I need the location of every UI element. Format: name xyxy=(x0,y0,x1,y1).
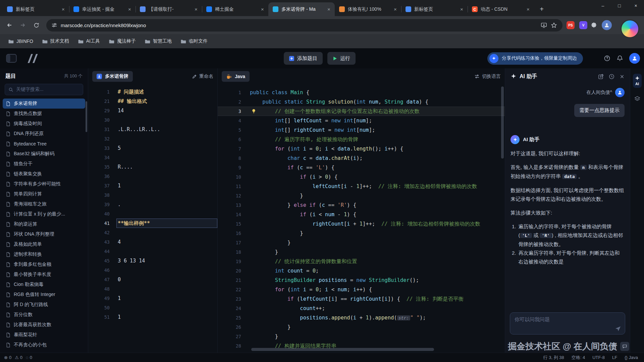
problems-indicator[interactable]: ⊗0 ⚠0 ◌0 xyxy=(4,355,32,360)
ai-rail-button[interactable]: AI xyxy=(633,74,642,88)
desc-line[interactable]: 45 3 6 13 14 xyxy=(88,256,217,265)
problem-counter[interactable]: ◌0 xyxy=(26,355,32,360)
code-line[interactable]: 7 for (int i = 0; i < data.length(); i++… xyxy=(218,144,505,154)
code-line[interactable]: 17 } xyxy=(218,238,505,247)
code-line[interactable]: 12 } xyxy=(218,191,505,200)
minimize-button[interactable]: – xyxy=(595,0,611,11)
desc-line[interactable]: 51 1 xyxy=(88,312,217,322)
sidebar-item[interactable]: 简单四则计算 xyxy=(3,189,85,199)
desc-line[interactable]: 30 xyxy=(88,115,217,125)
tab-close-icon[interactable]: × xyxy=(459,6,465,12)
tab-close-icon[interactable]: × xyxy=(392,6,398,12)
desc-line[interactable]: 34 xyxy=(88,153,217,162)
tab-close-icon[interactable]: × xyxy=(193,6,199,12)
desc-line[interactable]: 21 ## 输出格式 xyxy=(88,97,217,106)
desc-line[interactable]: 29 14 xyxy=(88,106,217,115)
tab-close-icon[interactable]: × xyxy=(259,6,266,12)
sidebar-item[interactable]: 最小替换子串长度 xyxy=(3,269,85,280)
install-icon[interactable] xyxy=(541,22,547,28)
sidebar-item[interactable]: 及格如此简单 xyxy=(3,239,85,249)
encoding[interactable]: UTF-8 xyxy=(592,355,605,360)
sidebar-item[interactable]: 阿 D 的飞行路线 xyxy=(3,300,85,310)
browser-tab[interactable]: 【请领取打- × xyxy=(136,2,202,16)
tools-rail-icon[interactable] xyxy=(634,96,640,102)
code-line[interactable]: 20 int count = 0; xyxy=(218,266,505,276)
bookmark-star-icon[interactable] xyxy=(551,22,557,28)
share-banner[interactable]: 分享代码练习体验，领限量定制周边 xyxy=(487,52,583,65)
sidebar-item[interactable]: Bytedance Tree xyxy=(3,139,85,149)
run-button[interactable]: 运行 xyxy=(327,52,356,65)
sidebar-item[interactable]: 猫鱼分干 xyxy=(3,159,85,169)
desc-line[interactable]: 41 **输出样例** xyxy=(88,219,217,228)
sidebar-item[interactable]: 环状 DNA 序列整理 xyxy=(3,229,85,239)
bookmark-item[interactable]: 魔法棒子 xyxy=(105,37,139,46)
desc-line[interactable]: 39 . xyxy=(88,200,217,209)
feedback-bubble-icon[interactable] xyxy=(620,342,629,351)
back-button[interactable] xyxy=(3,19,15,31)
code-line[interactable]: 10 if (i > 0) { xyxy=(218,172,505,182)
code-line[interactable]: 6 // 遍历字符串, 处理被推动的骨牌 xyxy=(218,135,505,144)
notifications-bell-icon[interactable] xyxy=(616,55,623,62)
problem-counter[interactable]: ⚠0 xyxy=(15,355,22,360)
browser-tab[interactable]: 幸运抽奖 - 掘金 × xyxy=(69,2,136,16)
code-line[interactable]: 9 if (c == 'L') { xyxy=(218,163,505,172)
sidebar-item[interactable]: 进制求和转换 xyxy=(3,249,85,259)
close-panel-icon[interactable] xyxy=(620,74,625,79)
code-line[interactable]: 24 count++; xyxy=(218,304,505,313)
code-line[interactable]: 2 public static String solution(int num,… xyxy=(218,97,505,107)
browser-tab[interactable]: 新标签页 × xyxy=(401,2,468,16)
bookmark-item[interactable]: 临时文件 xyxy=(177,37,211,46)
cursor-position[interactable]: 行 3, 列 38 xyxy=(543,355,564,361)
forward-button[interactable] xyxy=(17,19,29,31)
app-logo[interactable] xyxy=(25,54,40,63)
sidebar-item[interactable]: 不再贪心的小包 xyxy=(3,340,85,350)
code-editor[interactable]: 1public class Main { 2 public static Str… xyxy=(218,84,505,353)
desc-line[interactable]: 38 xyxy=(88,190,217,200)
extension-badge-icon[interactable]: V xyxy=(579,21,587,29)
code-line[interactable]: 26 } xyxy=(218,322,505,332)
sidebar-item[interactable]: 病毒感染时间 xyxy=(3,119,85,129)
browser-tab[interactable]: C 动态 - CSDN × xyxy=(468,2,534,16)
code-line[interactable]: 1public class Main { xyxy=(218,88,505,97)
rename-button[interactable]: 重命名 xyxy=(192,73,213,79)
reload-button[interactable] xyxy=(30,19,42,31)
profile-logo-bubble[interactable] xyxy=(621,19,639,38)
code-vertical-scrollbar[interactable] xyxy=(501,86,504,159)
user-avatar[interactable] xyxy=(629,53,640,64)
code-line[interactable]: 8 char c = data.charAt(i); xyxy=(218,154,505,163)
code-line[interactable]: 18 } xyxy=(218,247,505,257)
bookmark-item[interactable]: 智慧工地 xyxy=(141,37,175,46)
desc-line[interactable]: 1 # 问题描述 xyxy=(88,87,217,97)
code-line[interactable]: 15 rightCount[i + 1]++; // 注释: 增加右边相邻骨牌被… xyxy=(218,219,505,229)
desc-line[interactable]: 32 xyxy=(88,134,217,143)
code-line[interactable]: 5 int[] rightCount = new int[num]; xyxy=(218,125,505,135)
tab-close-icon[interactable]: × xyxy=(60,6,66,12)
code-horizontal-scrollbar[interactable] xyxy=(251,348,434,351)
code-line[interactable]: 21 StringBuilder positions = new StringB… xyxy=(218,276,505,285)
desc-line[interactable]: 50 xyxy=(88,303,217,312)
desc-line[interactable]: 47 0 xyxy=(88,275,217,284)
tab-close-icon[interactable]: × xyxy=(525,6,531,12)
code-line[interactable]: 13 } else if (c == 'R') { xyxy=(218,200,505,210)
add-problem-button[interactable]: 添加题目 xyxy=(284,52,323,65)
switch-language-button[interactable]: 切换语言 xyxy=(474,73,501,79)
new-tab-button[interactable]: + xyxy=(537,4,547,14)
bookmark-item[interactable]: JBINFO xyxy=(5,37,37,46)
new-chat-icon[interactable] xyxy=(598,74,604,79)
code-line[interactable]: 23 if (leftCount[i] == rightCount[i]) { … xyxy=(218,294,505,304)
sidebar-item[interactable]: 计算位置 x 到 y 的最少... xyxy=(3,209,85,219)
search-input[interactable]: 关键字搜索... xyxy=(5,84,83,95)
code-line[interactable]: 4 int[] leftCount = new int[num]; xyxy=(218,116,505,125)
lightbulb-icon[interactable] xyxy=(251,109,256,114)
problem-counter[interactable]: ⊗0 xyxy=(4,355,11,360)
desc-line[interactable]: 35 R.... xyxy=(88,162,217,172)
desc-line[interactable]: 36 xyxy=(88,172,217,181)
close-window-button[interactable]: × xyxy=(628,0,644,11)
sidebar-item[interactable]: 百分位数 xyxy=(3,310,85,320)
browser-profile-avatar[interactable] xyxy=(602,20,612,30)
desc-line[interactable]: 46 xyxy=(88,265,217,275)
history-icon[interactable] xyxy=(609,74,614,79)
maximize-button[interactable]: □ xyxy=(611,0,628,11)
desc-line[interactable]: 33 5 xyxy=(88,143,217,153)
sidebar-item[interactable]: Cion 勒索病毒 xyxy=(3,280,85,290)
